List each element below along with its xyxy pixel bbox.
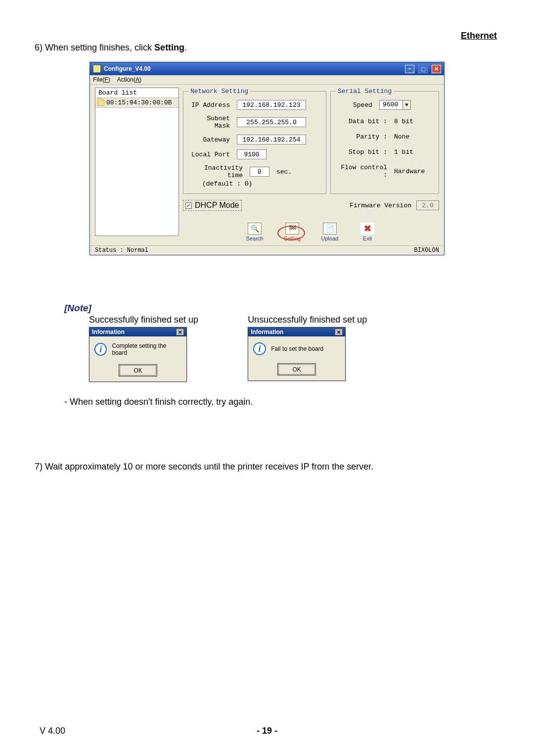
success-label: Successfully finished set up (89, 315, 198, 325)
chevron-down-icon[interactable]: ▼ (403, 100, 411, 110)
step6-text: 6) When setting finishes, click Setting. (35, 43, 499, 53)
setting-button[interactable]: 🏁 Setting (278, 223, 306, 241)
exit-icon: ✖ (360, 223, 374, 235)
status-right: BIXOLON (414, 247, 439, 254)
success-dialog: Information ✕ i Complete setting the boa… (89, 327, 187, 382)
folder-icon (97, 100, 104, 106)
upload-caption: Upload (321, 236, 339, 241)
board-list-item[interactable]: 00:15:94:30:00:0B (95, 97, 178, 108)
search-button[interactable]: 🔍 Search (241, 223, 268, 241)
page-footer: V 4.00 - 19 - (40, 726, 494, 736)
databit-label: Data bit : (336, 118, 390, 125)
flow-value: Hardware (394, 168, 425, 175)
stopbit-value: 1 bit (394, 148, 413, 156)
dhcp-checkbox-wrap[interactable]: ✓ DHCP Mode (183, 200, 242, 211)
window-titlebar[interactable]: Configure_V4.00 − ▢ ✕ (90, 62, 444, 75)
app-icon (93, 65, 101, 73)
fw-label: Firmware Version (350, 202, 411, 209)
footer-center: - 19 - (257, 726, 277, 736)
inactivity-default: (default : 0) (188, 180, 321, 188)
parity-value: None (394, 133, 409, 141)
footer-left: V 4.00 (40, 726, 65, 736)
board-list[interactable]: Board list 00:15:94:30:00:0B (95, 88, 179, 236)
serial-setting-group: Serial Setting Speed 9600 ▼ Data bit : 8… (330, 88, 439, 194)
speed-select[interactable]: 9600 (379, 100, 403, 110)
dialog-title: Information (92, 329, 125, 335)
menu-action[interactable]: Action(A) (117, 76, 141, 83)
checkbox-icon[interactable]: ✓ (185, 202, 192, 209)
minimize-button[interactable]: − (405, 65, 414, 73)
status-left: Status : Normal (95, 247, 148, 254)
ip-input[interactable]: 192.168.192.123 (237, 100, 306, 110)
configure-window: Configure_V4.00 − ▢ ✕ File(F) Action(A) … (89, 62, 445, 255)
doc-section-title: Ethernet (461, 31, 497, 41)
parity-label: Parity : (336, 133, 390, 141)
exit-caption: Exit (363, 236, 372, 241)
inactivity-label: Inactivity time (188, 164, 246, 179)
success-message: Complete setting the board (112, 342, 181, 356)
upload-button[interactable]: 📄 Upload (316, 223, 344, 241)
stopbit-label: Stop bit : (336, 148, 390, 156)
board-mac: 00:15:94:30:00:0B (106, 99, 172, 106)
gateway-input[interactable]: 192.168.192.254 (237, 135, 306, 144)
info-icon: i (253, 342, 266, 355)
document-icon: 📄 (323, 223, 337, 235)
network-setting-group: Network Setting IP Address 192.168.192.1… (183, 88, 326, 194)
fail-message: Fail to set the board (271, 345, 323, 352)
ip-label: IP Address (188, 101, 233, 109)
close-icon[interactable]: ✕ (176, 329, 184, 335)
gateway-label: Gateway (188, 136, 233, 143)
flag-icon: 🏁 (285, 223, 299, 235)
dhcp-label: DHCP Mode (195, 201, 239, 210)
close-icon[interactable]: ✕ (335, 329, 343, 335)
close-button[interactable]: ✕ (432, 65, 441, 73)
serial-legend: Serial Setting (336, 88, 394, 95)
menu-file[interactable]: File(F) (93, 76, 110, 83)
inactivity-input[interactable]: 0 (250, 167, 269, 177)
localport-label: Local Port (188, 151, 233, 158)
step6-suffix: . (184, 43, 187, 52)
search-icon: 🔍 (248, 223, 262, 235)
inactivity-sec: sec. (276, 168, 292, 176)
ok-button[interactable]: OK (120, 365, 156, 376)
fail-label: Unsuccessfully finished set up (248, 315, 367, 325)
menubar: File(F) Action(A) (90, 75, 444, 85)
after-note-text: - When setting doesn't finish correctly,… (35, 397, 499, 407)
step6-bold: Setting (154, 43, 184, 52)
info-icon: i (94, 343, 107, 356)
setting-caption: Setting (284, 236, 301, 241)
localport-input[interactable]: 9100 (237, 149, 267, 159)
search-caption: Search (246, 236, 264, 241)
exit-button[interactable]: ✖ Exit (354, 223, 381, 241)
step6-prefix: 6) When setting finishes, click (35, 43, 154, 52)
flow-label: Flow control : (336, 164, 390, 179)
window-title: Configure_V4.00 (104, 65, 151, 72)
databit-value: 8 bit (394, 118, 413, 125)
note-heading: [Note] (35, 303, 499, 314)
step7-text: 7) Wait approximately 10 or more seconds… (35, 462, 499, 472)
subnet-label: Subnet Mask (188, 115, 233, 130)
dialog-title: Information (251, 329, 283, 335)
board-list-header: Board list (95, 88, 178, 97)
statusbar: Status : Normal BIXOLON (90, 245, 444, 255)
fail-dialog: Information ✕ i Fail to set the board OK (248, 327, 346, 381)
speed-label: Speed (336, 101, 375, 109)
subnet-input[interactable]: 255.255.255.0 (237, 117, 306, 127)
network-legend: Network Setting (188, 88, 250, 95)
fw-value: 2.0 (416, 200, 439, 210)
maximize-button: ▢ (418, 65, 428, 73)
ok-button[interactable]: OK (278, 364, 315, 375)
